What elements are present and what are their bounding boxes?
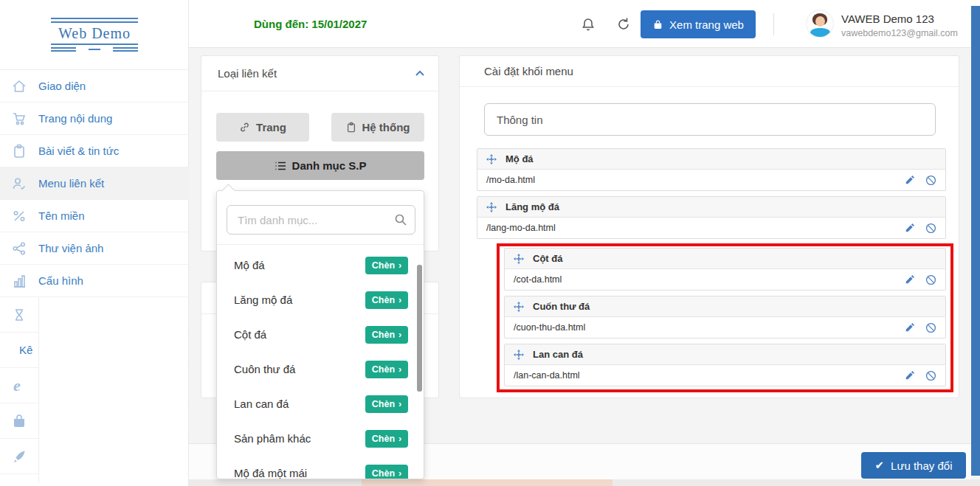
menu-item-url: /lang-mo-da.html [486, 223, 556, 233]
move-icon [514, 254, 524, 264]
notification-bell-icon[interactable] [580, 16, 596, 32]
sidebar-item-cau-hinh[interactable]: Cấu hình [0, 265, 189, 297]
menu-item-url: /lan-can-da.html [514, 370, 580, 381]
menu-settings-panel: Cài đặt khối menu Mộ đá /mo-da.html Lăng… [459, 55, 959, 398]
chart-icon [0, 273, 38, 289]
logo-line-top [51, 18, 138, 23]
menu-item-header[interactable]: Cột đá [505, 249, 945, 269]
menu-block-name-input[interactable] [484, 103, 936, 136]
user-name: VAWEB Demo 123 [841, 13, 934, 25]
menu-item-header[interactable]: Lan can đá [505, 344, 945, 365]
nodes-icon [0, 240, 38, 257]
edit-icon[interactable] [905, 223, 915, 233]
category-label: Cuôn thư đá [234, 363, 295, 375]
move-icon [514, 350, 524, 360]
category-label: Cột đá [234, 328, 266, 341]
category-label: Mộ đá một mái [234, 467, 307, 479]
category-label: Mộ đá [234, 259, 265, 271]
sidebar-item-trang-noi-dung[interactable]: Trang nội dung [0, 103, 189, 135]
view-website-button[interactable]: Xem trang web [641, 10, 756, 38]
dropdown-scrollbar[interactable] [417, 265, 422, 392]
user-email: vawebdemo123@gmail.com [841, 28, 958, 38]
menu-item-url: /mo-da.html [486, 175, 535, 185]
user-check-icon [0, 176, 38, 192]
menu-settings-title: Cài đặt khối menu [484, 65, 573, 77]
user-avatar[interactable] [806, 10, 834, 38]
menu-item-block: Lăng mộ đá /lang-mo-da.html [477, 196, 946, 239]
insert-button[interactable]: Chèn› [365, 291, 408, 309]
cart-icon [0, 111, 38, 127]
menu-item-header[interactable]: Cuốn thư đá [505, 296, 945, 317]
remove-icon[interactable] [925, 175, 936, 186]
insert-button[interactable]: Chèn› [365, 395, 408, 413]
category-row: Mộ đá một mái Chèn› [217, 456, 424, 479]
logo[interactable]: Web Demo [0, 0, 189, 70]
edit-icon[interactable] [905, 322, 915, 333]
menu-item-label: Lan can đá [533, 349, 583, 360]
move-icon [514, 302, 524, 312]
category-search-input[interactable] [227, 205, 415, 235]
highlighted-nested-group: Cột đá /cot-da.html Cuốn thư đá /cuon-th… [497, 243, 953, 392]
insert-button[interactable]: Chèn› [365, 465, 408, 480]
page-link-button[interactable]: Trang [216, 113, 309, 142]
menu-item-header[interactable]: Lăng mộ đá [477, 197, 945, 218]
remove-icon[interactable] [925, 322, 936, 333]
insert-button[interactable]: Chèn› [365, 326, 408, 344]
edit-icon[interactable] [905, 175, 915, 185]
menu-item-block: Mộ đá /mo-da.html [477, 148, 946, 191]
product-category-button[interactable]: Danh mục S.P [216, 151, 424, 180]
insert-button[interactable]: Chèn› [365, 430, 408, 448]
bottom-edge-accent [362, 479, 612, 486]
menu-item-header[interactable]: Mộ đá [477, 149, 945, 170]
menu-item-url: /cuon-thu-da.html [514, 322, 585, 333]
remove-icon[interactable] [925, 223, 936, 234]
link-type-title: Loại liên kết [218, 67, 277, 80]
menu-item-block-nested: Cuốn thư đá /cuon-thu-da.html [504, 296, 946, 339]
collapse-chevron-icon[interactable] [415, 70, 425, 77]
menu-item-label: Cuốn thư đá [533, 301, 590, 312]
menu-item-label: Mộ đá [505, 153, 534, 164]
move-icon [486, 202, 497, 212]
check-icon: ✔ [874, 459, 884, 472]
explorer-icon: e [0, 376, 21, 395]
logo-line-bottom [51, 47, 138, 52]
page-scrollbar[interactable] [971, 6, 980, 476]
list-icon [275, 161, 286, 171]
menu-item-block-nested: Cột đá /cot-da.html [504, 248, 946, 291]
sidebar-item-menu-lien-ket[interactable]: Menu liên kết [0, 167, 189, 200]
save-changes-button[interactable]: ✔ Lưu thay đổi [861, 452, 966, 479]
menu-item-label: Lăng mộ đá [505, 201, 559, 212]
license-expiry-text: Dùng đến: 15/01/2027 [254, 0, 367, 48]
menu-item-url: /cot-da.html [514, 274, 562, 285]
category-row: Sản phâm khác Chèn› [217, 421, 424, 456]
remove-icon[interactable] [925, 274, 936, 285]
remove-icon[interactable] [925, 370, 936, 381]
sidebar-partial-label: Kê [0, 344, 32, 356]
refresh-icon[interactable] [615, 16, 632, 32]
edit-icon[interactable] [905, 370, 915, 381]
category-row: Mộ đá Chèn› [217, 248, 424, 282]
insert-button[interactable]: Chèn› [365, 361, 408, 378]
edit-icon[interactable] [905, 274, 915, 285]
hourglass-icon [0, 307, 38, 323]
category-dropdown: Mộ đá Chèn› Lăng mộ đá Chèn› Cột đá Chèn… [216, 190, 424, 479]
category-label: Lăng mộ đá [234, 294, 292, 306]
menu-item-label: Cột đá [533, 253, 562, 264]
sidebar-item-giao-dien[interactable]: Giao diện [0, 70, 189, 103]
link-icon [239, 122, 250, 133]
menu-item-block-nested: Lan can đá /lan-can-da.html [504, 344, 946, 386]
category-label: Lan can đá [234, 398, 289, 410]
home-icon [0, 78, 38, 94]
insert-button[interactable]: Chèn› [365, 257, 408, 274]
clipboard-icon [0, 143, 38, 159]
bag-icon [0, 413, 38, 429]
system-link-button[interactable]: Hệ thống [331, 113, 424, 142]
sidebar-item-thu-vien-anh[interactable]: Thư viện ảnh [0, 232, 189, 265]
sidebar-item-bai-viet[interactable]: Bài viết & tin tức [0, 135, 189, 167]
sidebar-item-ten-mien[interactable]: Tên miền [0, 200, 189, 232]
sidebar-overlay-panel [38, 297, 187, 483]
search-icon [394, 213, 407, 226]
rocket-icon [0, 448, 38, 465]
move-icon [486, 154, 497, 164]
bag-icon [652, 19, 663, 30]
